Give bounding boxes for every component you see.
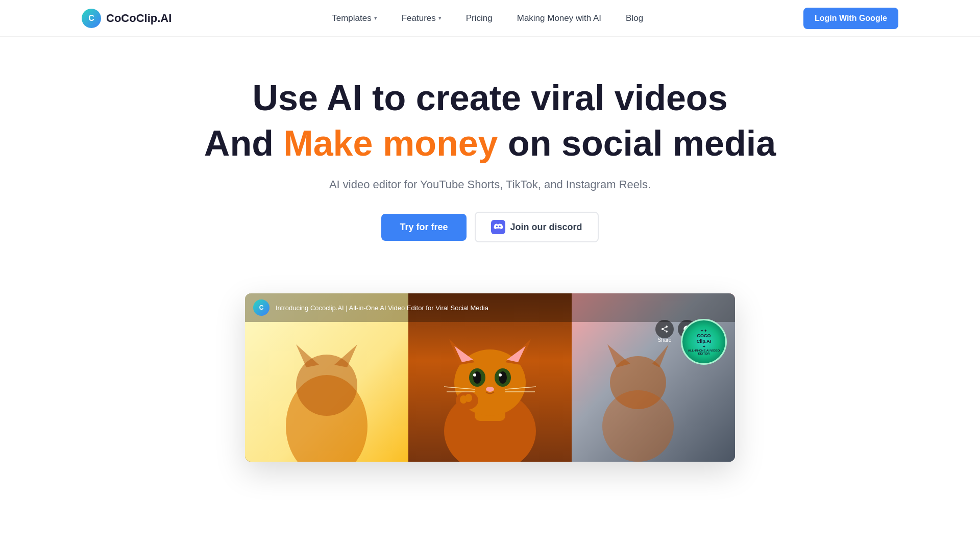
logo[interactable]: C CoCoClip.AI — [82, 9, 172, 28]
watermark-stars: ✦✦ — [700, 329, 707, 333]
nav-links: Templates ▾ Features ▾ Pricing Making Mo… — [332, 13, 643, 23]
svg-point-15 — [473, 371, 481, 384]
logo-icon: C — [82, 9, 101, 28]
discord-btn-label: Join our discord — [510, 222, 582, 233]
join-discord-button[interactable]: Join our discord — [475, 212, 599, 242]
svg-point-16 — [499, 371, 507, 384]
share-label: Share — [658, 337, 672, 343]
hero-title-line1: Use AI to create viral videos — [252, 78, 727, 119]
watermark-stars2: ✦ — [702, 344, 706, 349]
nav-item-making-money[interactable]: Making Money with AI — [517, 13, 601, 23]
video-section: C Introducing Cococlip.AI | All-in-One A… — [0, 273, 980, 462]
video-watermark: ✦✦ COCO Clip.AI ✦ ALL-IN-ONE AI VIDEO ED… — [681, 319, 727, 365]
watermark-coco: COCO — [697, 333, 711, 339]
share-button[interactable]: Share — [655, 320, 674, 343]
navbar: C CoCoClip.AI Templates ▾ Features ▾ Pri… — [0, 0, 980, 37]
share-icon[interactable] — [655, 320, 674, 338]
discord-icon — [491, 220, 505, 234]
svg-point-19 — [486, 387, 494, 392]
svg-point-22 — [465, 394, 472, 402]
watermark-clip: Clip.AI — [697, 339, 712, 344]
video-topbar: C Introducing Cococlip.AI | All-in-One A… — [245, 293, 735, 322]
video-container[interactable]: C Introducing Cococlip.AI | All-in-One A… — [245, 293, 735, 462]
nav-item-pricing[interactable]: Pricing — [466, 13, 493, 23]
nav-link-making-money[interactable]: Making Money with AI — [517, 13, 601, 23]
hero-title-highlight: Make money — [283, 123, 498, 163]
watermark-tagline: ALL-IN-ONE AI VIDEO EDITOR — [682, 349, 725, 355]
nav-item-features[interactable]: Features ▾ — [402, 13, 442, 23]
try-for-free-button[interactable]: Try for free — [381, 214, 466, 241]
hero-buttons: Try for free Join our discord — [381, 212, 598, 242]
video-title-text: Introducing Cococlip.AI | All-in-One AI … — [276, 304, 488, 312]
svg-point-18 — [499, 373, 502, 377]
nav-link-features[interactable]: Features ▾ — [402, 13, 442, 23]
svg-point-31 — [602, 390, 674, 462]
login-with-google-button[interactable]: Login With Google — [803, 8, 898, 29]
hero-subtitle: AI video editor for YouTube Shorts, TikT… — [329, 178, 651, 191]
nav-item-blog[interactable]: Blog — [626, 13, 643, 23]
video-channel-icon: C — [253, 299, 270, 316]
hero-title-prefix: And — [204, 123, 284, 163]
svg-point-17 — [473, 373, 476, 377]
hero-title-suffix: on social media — [498, 123, 776, 163]
nav-link-blog[interactable]: Blog — [626, 13, 643, 23]
chevron-down-icon: ▾ — [374, 15, 377, 21]
hero-title-line2: And Make money on social media — [204, 123, 776, 164]
nav-item-templates[interactable]: Templates ▾ — [332, 13, 377, 23]
chevron-down-icon: ▾ — [438, 15, 442, 21]
hero-section: Use AI to create viral videos And Make m… — [0, 37, 980, 273]
nav-link-pricing[interactable]: Pricing — [466, 13, 493, 23]
nav-link-templates[interactable]: Templates ▾ — [332, 13, 377, 23]
logo-text: CoCoClip.AI — [106, 12, 172, 25]
